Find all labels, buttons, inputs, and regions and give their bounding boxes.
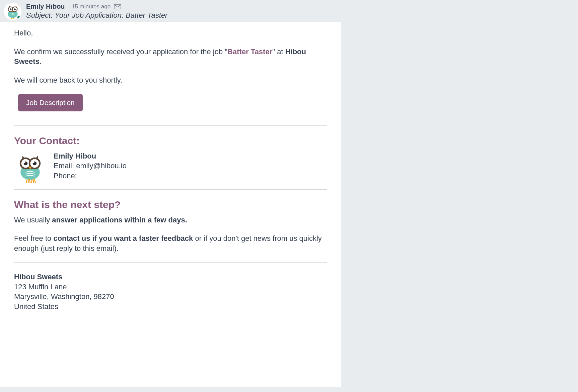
svg-point-4 (10, 8, 11, 10)
next-step-line1-strong: answer applications within a few days. (52, 216, 187, 224)
company-footer: Hibou Sweets 123 Muffin Lane Marysville,… (14, 272, 327, 312)
confirmation-paragraph: We confirm we successfully received your… (14, 47, 327, 67)
divider (14, 189, 327, 190)
contact-email-label: Email: (54, 162, 76, 170)
svg-rect-7 (114, 4, 121, 9)
message-timestamp: - 15 minutes ago (68, 3, 111, 10)
divider (14, 262, 327, 263)
contact-email-line: Email: emily@hibou.io (54, 161, 127, 171)
svg-point-14 (33, 162, 34, 163)
subject-label: Subject: (26, 11, 53, 19)
job-description-button[interactable]: Job Description (18, 94, 83, 111)
contact-email-value: emily@hibou.io (76, 162, 127, 170)
footer-address-2: Marysville, Washington, 98270 (14, 292, 327, 302)
next-step-line2-strong: contact us if you want a faster feedback (53, 234, 193, 242)
next-step-heading: What is the next step? (14, 199, 327, 210)
next-step-line2-prefix: Feel free to (14, 234, 53, 242)
footer-address-1: 123 Muffin Lane (14, 282, 327, 292)
message-body: Hello, We confirm we successfully receiv… (0, 22, 341, 387)
confirm-mid: " at (272, 47, 285, 56)
confirm-prefix: We confirm we successfully received your… (14, 47, 227, 56)
footer-company: Hibou Sweets (14, 272, 327, 282)
next-step-line2: Feel free to contact us if you want a fa… (14, 233, 327, 253)
contact-phone-line: Phone: (54, 171, 127, 181)
subject-line: Subject: Your Job Application: Batter Ta… (26, 11, 167, 20)
your-contact-heading: Your Contact: (14, 135, 327, 146)
greeting: Hello, (14, 28, 327, 38)
svg-point-13 (24, 162, 25, 163)
message-header: Emily Hibou - 15 minutes ago Subject: Yo… (0, 0, 578, 21)
followup-text: We will come back to you shortly. (14, 75, 327, 85)
job-title-link[interactable]: Batter Taster (227, 47, 272, 56)
contact-phone-label: Phone: (54, 172, 77, 180)
sender-avatar (4, 3, 21, 20)
divider (14, 125, 327, 126)
subject-value: Your Job Application: Batter Taster (55, 11, 167, 19)
contact-block: Emily Hibou Email: emily@hibou.io Phone: (14, 151, 327, 183)
svg-point-5 (14, 8, 16, 10)
next-step-line1-prefix: We usually (14, 216, 52, 224)
contact-avatar (14, 151, 46, 183)
next-step-line1: We usually answer applications within a … (14, 215, 327, 225)
contact-name: Emily Hibou (54, 151, 127, 161)
footer-address-3: United States (14, 302, 327, 312)
confirm-suffix: . (40, 57, 42, 66)
sender-name: Emily Hibou (26, 3, 65, 10)
envelope-icon (114, 4, 121, 9)
presence-dot-icon (17, 15, 21, 19)
